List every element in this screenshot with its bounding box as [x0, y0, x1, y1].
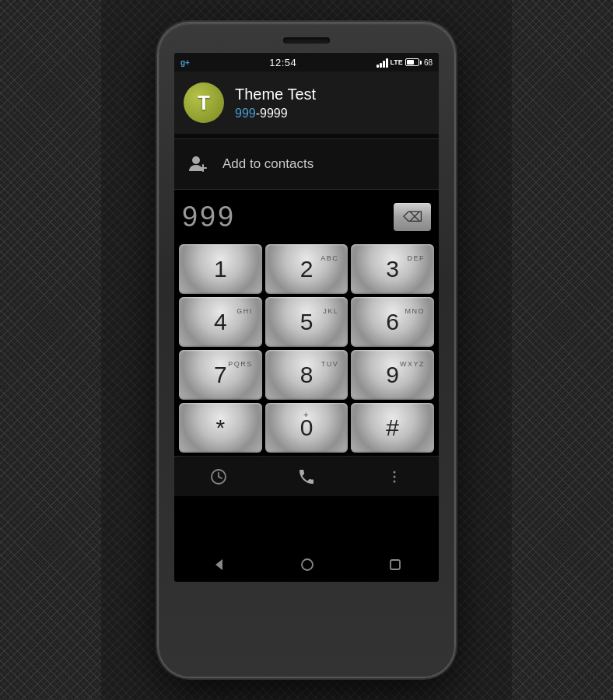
status-bar: g+ 12:54 LTE 68: [174, 53, 439, 72]
add-contacts-label: Add to contacts: [222, 156, 314, 172]
number-blue: 999: [235, 107, 256, 120]
key-hash-digit: #: [386, 416, 399, 439]
battery-icon: [405, 58, 422, 66]
battery-fill: [407, 60, 414, 65]
svg-marker-9: [215, 559, 222, 570]
key-6-digit: 6: [386, 310, 399, 334]
number-white: -9999: [256, 107, 288, 120]
key-0[interactable]: + 0: [265, 403, 349, 453]
key-0-digit: 0: [300, 416, 314, 439]
key-9-letters: WXYZ: [400, 360, 425, 368]
phone-device: g+ 12:54 LTE 68: [159, 23, 454, 677]
key-4[interactable]: GHI 4: [179, 297, 262, 347]
contact-number: 999-9999: [235, 107, 316, 121]
key-4-digit: 4: [214, 310, 227, 334]
key-6-letters: MNO: [405, 307, 425, 315]
backspace-button[interactable]: [394, 203, 431, 231]
svg-point-0: [192, 156, 200, 164]
dialed-number: 999: [182, 201, 236, 233]
key-2[interactable]: ABC 2: [265, 244, 349, 294]
key-4-letters: GHI: [236, 307, 253, 315]
recent-apps-button[interactable]: [389, 558, 401, 571]
svg-rect-11: [391, 560, 400, 569]
key-7-digit: 7: [214, 363, 227, 387]
key-3-letters: DEF: [407, 254, 425, 262]
contact-name: Theme Test: [235, 86, 316, 103]
key-1-digit: 1: [214, 257, 227, 281]
status-time: 12:54: [269, 57, 296, 68]
back-button[interactable]: [212, 558, 226, 572]
key-2-letters: ABC: [321, 254, 338, 262]
add-contact-icon: [184, 150, 212, 178]
left-panel: [0, 0, 101, 700]
svg-point-6: [394, 471, 396, 473]
key-7[interactable]: PQRS 7: [179, 350, 262, 400]
key-3-digit: 3: [386, 257, 399, 281]
key-9[interactable]: WXYZ 9: [351, 350, 434, 400]
key-5-digit: 5: [300, 310, 314, 334]
key-5-letters: JKL: [323, 307, 338, 315]
screen: g+ 12:54 LTE 68: [174, 53, 439, 582]
dialer-area: 999 1 ABC 2 DEF 3: [174, 190, 439, 548]
android-nav-bar: [174, 548, 439, 582]
key-1[interactable]: 1: [179, 244, 262, 294]
key-8-digit: 8: [300, 363, 314, 387]
key-7-letters: PQRS: [228, 360, 253, 368]
contact-header: T Theme Test 999-9999: [174, 72, 439, 134]
svg-point-7: [394, 475, 396, 478]
battery-body: [405, 58, 419, 66]
keypad: 1 ABC 2 DEF 3 GHI 4 JKL 5: [174, 241, 439, 456]
bar4: [386, 58, 388, 68]
status-left: g+: [180, 58, 190, 67]
key-0-letters: +: [303, 410, 310, 419]
number-display: 999: [174, 190, 439, 241]
key-5[interactable]: JKL 5: [265, 297, 349, 347]
key-star-digit: *: [215, 416, 225, 439]
lte-label: LTE: [391, 58, 403, 66]
key-8[interactable]: TUV 8: [265, 350, 349, 400]
battery-tip: [420, 61, 422, 65]
add-to-contacts-row[interactable]: Add to contacts: [174, 138, 439, 189]
call-button[interactable]: [291, 461, 322, 492]
call-history-button[interactable]: [203, 461, 234, 492]
svg-point-10: [302, 559, 313, 570]
key-2-digit: 2: [300, 257, 314, 281]
svg-line-5: [219, 477, 222, 478]
key-8-letters: TUV: [321, 360, 339, 368]
home-button[interactable]: [300, 558, 314, 572]
status-right: LTE 68: [377, 57, 433, 68]
key-3[interactable]: DEF 3: [351, 244, 434, 294]
bar3: [383, 61, 385, 68]
key-hash[interactable]: #: [351, 403, 434, 453]
contact-info: Theme Test 999-9999: [235, 86, 316, 121]
svg-point-8: [394, 480, 396, 482]
right-panel: [512, 0, 613, 700]
bar2: [380, 63, 382, 68]
more-options-button[interactable]: [379, 461, 410, 492]
battery-percent: 68: [424, 58, 433, 67]
phone-app-nav: [174, 456, 439, 496]
key-star[interactable]: *: [179, 403, 262, 453]
bar1: [377, 65, 379, 68]
key-6[interactable]: MNO 6: [351, 297, 434, 347]
avatar: T: [184, 82, 224, 123]
key-9-digit: 9: [386, 363, 399, 387]
google-plus-icon: g+: [180, 58, 190, 67]
earpiece: [283, 37, 330, 44]
signal-icon: [377, 57, 388, 68]
